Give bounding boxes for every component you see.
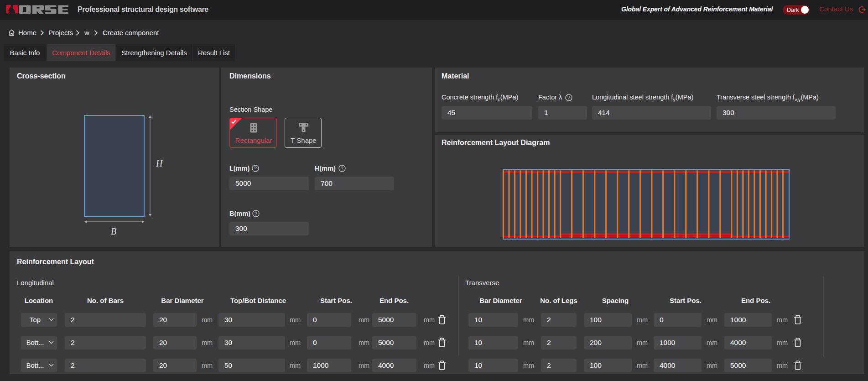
svg-text:?: ?: [341, 166, 343, 171]
svg-text:?: ?: [254, 166, 257, 171]
svg-text:?: ?: [255, 211, 257, 216]
svg-text:?: ?: [567, 95, 570, 100]
svg-text:B: B: [111, 226, 116, 236]
svg-text:H: H: [156, 158, 163, 168]
